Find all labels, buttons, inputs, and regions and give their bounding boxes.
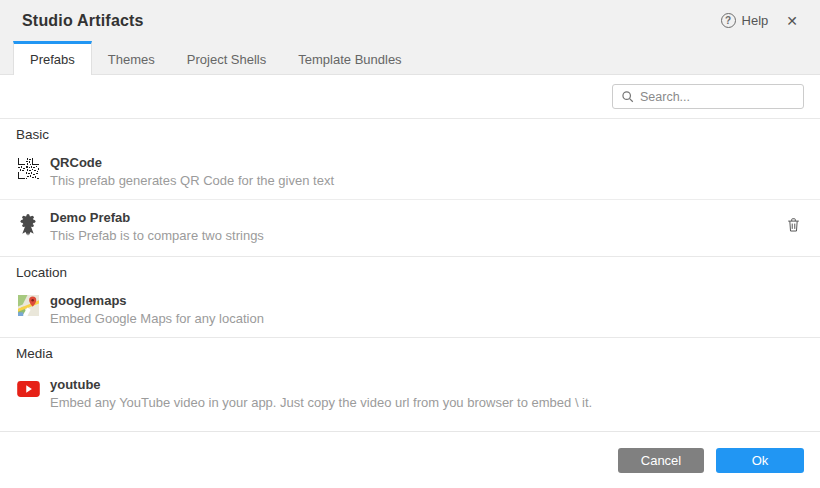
help-button[interactable]: ? Help	[721, 13, 769, 28]
item-title: Demo Prefab	[50, 210, 783, 225]
item-description: This prefab generates QR Code for the gi…	[50, 173, 804, 188]
tab-themes[interactable]: Themes	[92, 41, 171, 74]
item-title: youtube	[50, 377, 804, 392]
tab-template-bundles[interactable]: Template Bundles	[282, 41, 417, 74]
list-item-qrcode[interactable]: QRCode This prefab generates QR Code for…	[0, 148, 820, 199]
page-title: Studio Artifacts	[22, 12, 144, 30]
googlemaps-icon	[16, 295, 40, 316]
dialog-footer: Cancel Ok	[0, 431, 820, 488]
search-icon	[621, 90, 634, 103]
item-description: Embed Google Maps for any location	[50, 311, 804, 326]
tab-project-shells[interactable]: Project Shells	[171, 41, 282, 74]
item-title: googlemaps	[50, 293, 804, 308]
search-input[interactable]	[640, 90, 795, 104]
section-heading: Basic	[0, 119, 820, 148]
item-title: QRCode	[50, 155, 804, 170]
section-heading: Location	[0, 257, 820, 286]
dialog-header: Studio Artifacts ? Help ✕	[0, 0, 820, 41]
section-heading: Media	[0, 338, 820, 367]
item-description: This Prefab is to compare two strings	[50, 228, 783, 243]
tab-prefabs[interactable]: Prefabs	[13, 41, 92, 75]
list-item-demo-prefab[interactable]: Demo Prefab This Prefab is to compare tw…	[0, 199, 820, 256]
item-description: Embed any YouTube video in your app. Jus…	[50, 395, 804, 410]
section-location: Location googlemaps	[0, 256, 820, 337]
close-icon[interactable]: ✕	[782, 11, 802, 31]
qrcode-icon	[16, 157, 40, 179]
trash-icon	[785, 216, 802, 234]
help-question-icon: ?	[721, 13, 736, 28]
studio-artifacts-dialog: Studio Artifacts ? Help ✕ Prefabs Themes…	[0, 0, 820, 488]
ok-button[interactable]: Ok	[716, 448, 804, 473]
search-row	[0, 75, 820, 118]
youtube-icon	[16, 381, 40, 397]
award-ribbon-icon	[16, 212, 40, 238]
tab-bar: Prefabs Themes Project Shells Template B…	[0, 41, 820, 75]
cancel-button[interactable]: Cancel	[618, 448, 704, 473]
list-item-youtube[interactable]: youtube Embed any YouTube video in your …	[0, 367, 820, 421]
search-box[interactable]	[612, 84, 804, 109]
prefab-list: Basic	[0, 118, 820, 431]
delete-prefab-button[interactable]	[783, 214, 804, 240]
section-basic: Basic	[0, 118, 820, 256]
section-media: Media youtube Embed any YouTube video in…	[0, 337, 820, 421]
help-label: Help	[742, 13, 769, 28]
list-item-googlemaps[interactable]: googlemaps Embed Google Maps for any loc…	[0, 286, 820, 337]
